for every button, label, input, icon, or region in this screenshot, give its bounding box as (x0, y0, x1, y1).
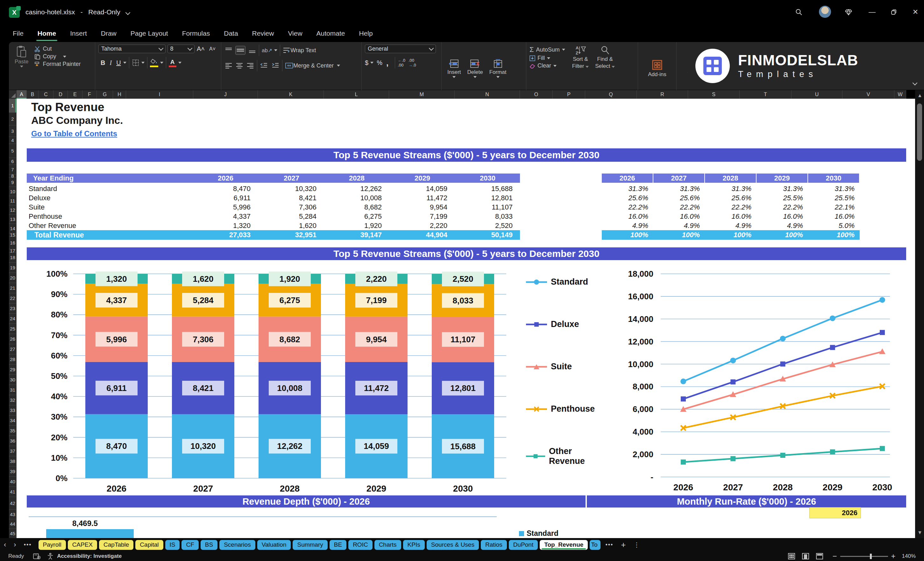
zoom-slider-thumb[interactable] (870, 554, 872, 559)
sheet-tab-capital[interactable]: Capital (135, 540, 163, 550)
row-header-3[interactable]: 3 (9, 126, 16, 137)
cell-deluxe-2026[interactable]: 6,911 (193, 193, 250, 202)
row-header-34[interactable]: 34 (9, 416, 16, 426)
wrap-text-button[interactable]: Wrap Text (290, 47, 316, 54)
pct-cell-1-1[interactable]: 25.6% (653, 193, 700, 202)
borders-icon[interactable] (132, 59, 140, 66)
cell-deluxe-2027[interactable]: 8,421 (259, 193, 316, 202)
menu-tab-view[interactable]: View (285, 26, 305, 40)
premium-diamond-icon[interactable] (841, 6, 856, 18)
column-header-F[interactable]: F (82, 90, 97, 99)
row-header-20[interactable]: 20 (9, 273, 16, 283)
row-header-39[interactable]: 39 (9, 466, 16, 477)
zoom-out-button[interactable]: − (832, 552, 837, 561)
pct-cell-2-2[interactable]: 22.2% (705, 202, 752, 212)
row-header-31[interactable]: 31 (9, 385, 16, 395)
tabs-more-icon[interactable]: ••• (24, 542, 32, 548)
row-header-5[interactable]: 5 (9, 144, 16, 158)
clear-button[interactable]: Clear (530, 62, 565, 69)
restore-button[interactable] (886, 6, 901, 18)
row-header-43[interactable]: 43 (9, 510, 16, 519)
pct-cell-3-3[interactable]: 16.0% (756, 212, 803, 221)
row-header-32[interactable]: 32 (9, 395, 16, 405)
pct-cell-1-3[interactable]: 25.5% (756, 193, 803, 202)
pct-cell-2-1[interactable]: 22.2% (653, 202, 700, 212)
row-header-45[interactable]: 45 (9, 529, 16, 538)
select-all-corner[interactable] (9, 90, 17, 99)
column-header-C[interactable]: C (39, 90, 54, 99)
page-layout-view-icon[interactable] (802, 553, 809, 560)
column-header-B[interactable]: B (27, 90, 39, 99)
sheet-tab-summary[interactable]: Summary (292, 540, 327, 550)
runrate-year-cell[interactable]: 2026 (809, 507, 861, 518)
row-header-11[interactable]: 11 (9, 196, 16, 206)
sheet-tab-top-revenue[interactable]: Top_Revenue (540, 540, 588, 550)
cell-standard-2030[interactable]: 15,688 (455, 184, 513, 193)
row-header-15[interactable]: 15 (9, 233, 16, 237)
sheet-tab-cf[interactable]: CF (182, 540, 198, 550)
pct-cell-0-1[interactable]: 31.3% (653, 184, 700, 193)
menu-tab-file[interactable]: File (10, 26, 26, 40)
align-top-icon[interactable] (225, 47, 233, 54)
row-header-26[interactable]: 26 (9, 334, 16, 344)
column-header-U[interactable]: U (792, 90, 843, 99)
scroll-up-icon[interactable]: ▲ (917, 93, 922, 98)
orientation-dropdown[interactable] (274, 50, 278, 51)
orientation-button[interactable]: ab↗ (262, 47, 272, 54)
row-header-42[interactable]: 42 (9, 497, 16, 510)
row-header-44[interactable]: 44 (9, 519, 16, 529)
row-header-27[interactable]: 27 (9, 344, 16, 354)
readonly-badge[interactable]: Read-Only (88, 8, 120, 16)
row-header-12[interactable]: 12 (9, 206, 16, 214)
menu-tab-insert[interactable]: Insert (68, 26, 90, 40)
pct-cell-4-4[interactable]: 5.0% (808, 221, 855, 230)
row-header-41[interactable]: 41 (9, 487, 16, 497)
cell-penthouse-2028[interactable]: 6,275 (324, 212, 382, 221)
italic-button[interactable]: I (110, 59, 112, 66)
cell-other-revenue-2028[interactable]: 1,920 (324, 221, 382, 230)
normal-view-icon[interactable] (788, 553, 795, 560)
menu-tab-review[interactable]: Review (250, 26, 277, 40)
column-header-K[interactable]: K (258, 90, 324, 99)
cell-suite-2027[interactable]: 7,306 (259, 202, 316, 212)
merge-center-icon[interactable] (285, 62, 293, 69)
cell-deluxe-2029[interactable]: 11,472 (390, 193, 447, 202)
row-header-1[interactable]: 1 (9, 99, 16, 113)
zoom-level[interactable]: 140% (902, 553, 916, 560)
sheet-canvas[interactable]: Top Revenue ABC Company Inc. Go to Table… (16, 99, 915, 538)
align-left-icon[interactable] (225, 62, 233, 69)
bold-button[interactable]: B (100, 59, 105, 66)
sheet-tab-bs[interactable]: BS (201, 540, 218, 550)
wrap-text-icon[interactable] (283, 47, 290, 54)
row-header-22[interactable]: 22 (9, 293, 16, 303)
row-header-25[interactable]: 25 (9, 324, 16, 334)
cell-penthouse-2027[interactable]: 5,284 (259, 212, 316, 221)
column-header-I[interactable]: I (126, 90, 193, 99)
accessibility-status[interactable]: Accessibility: Investigate (57, 553, 122, 560)
format-cells-button[interactable]: Format (487, 58, 509, 79)
addins-button[interactable]: Add-ins (645, 58, 669, 78)
excel-app-icon[interactable]: X (9, 7, 20, 18)
menu-tab-data[interactable]: Data (221, 26, 240, 40)
pct-cell-0-0[interactable]: 31.3% (602, 184, 648, 193)
column-header-V[interactable]: V (843, 90, 894, 99)
menu-tab-automate[interactable]: Automate (314, 26, 348, 40)
pct-cell-2-4[interactable]: 22.1% (808, 202, 855, 212)
sheet-tab-scenarios[interactable]: Scenarios (219, 540, 255, 550)
vertical-scroll-thumb[interactable] (917, 104, 922, 161)
cell-standard-2027[interactable]: 10,320 (259, 184, 316, 193)
legend-item-penthouse[interactable]: Penthouse (525, 404, 595, 414)
paste-button[interactable]: Paste (12, 45, 31, 68)
font-size-select[interactable]: 8 (168, 45, 195, 53)
pct-cell-1-0[interactable]: 25.6% (602, 193, 648, 202)
row-header-8[interactable]: 8 (9, 174, 16, 178)
cell-suite-2026[interactable]: 5,996 (193, 202, 250, 212)
cell-penthouse-2026[interactable]: 4,337 (193, 212, 250, 221)
toc-link[interactable]: Go to Table of Contents (31, 129, 117, 138)
legend-item-suite[interactable]: Suite (525, 362, 572, 372)
pct-cell-4-1[interactable]: 4.9% (653, 221, 700, 230)
legend-item-standard[interactable]: Standard (525, 277, 588, 287)
sheet-tab-ratios[interactable]: Ratios (481, 540, 507, 550)
currency-dropdown[interactable] (370, 62, 374, 64)
cell-suite-2029[interactable]: 9,954 (390, 202, 447, 212)
